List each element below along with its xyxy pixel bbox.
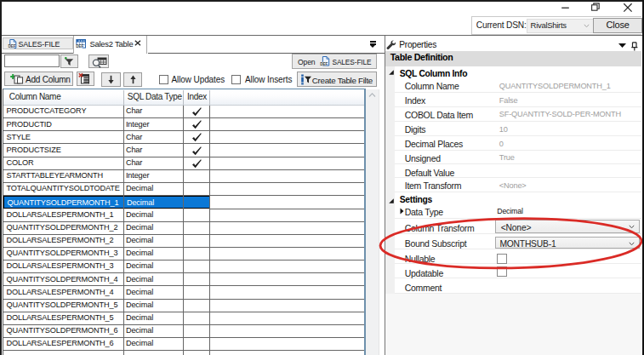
- svg-text:DEF: DEF: [320, 61, 328, 66]
- svg-text:DEF: DEF: [77, 44, 84, 49]
- svg-text:DEF: DEF: [8, 44, 15, 49]
